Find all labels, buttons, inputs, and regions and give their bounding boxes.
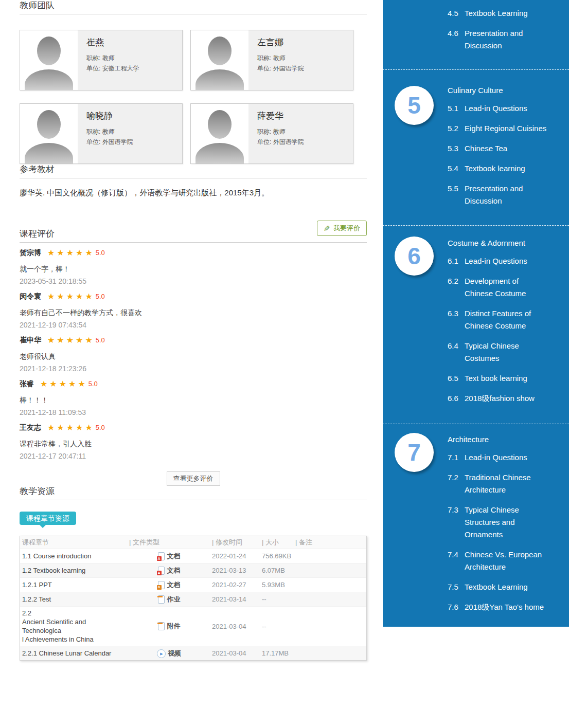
teacher-cards: 崔燕 职称: 教师 单位: 安徽工程大学 左言娜 职称: 教师 单位: 外国语学…: [20, 30, 367, 164]
sidebar-item[interactable]: 5.1 Lead-in Questions: [448, 102, 557, 115]
teacher-name: 薛爱华: [257, 110, 349, 122]
chapter-number: 7: [407, 441, 421, 464]
sidebar-item-label: Textbook Learning: [465, 7, 557, 20]
sidebar-item-label: Chinese Vs. European Architecture: [465, 549, 557, 573]
review-item: 贺宗博 ★★★★★ 5.0 就一个字，棒！ 2023-05-31 20:18:5…: [20, 243, 367, 286]
file-type-icon: [158, 581, 165, 589]
resource-type: 附件: [129, 622, 209, 631]
resource-chapter[interactable]: 2.2 Ancient Scientific and Technologica …: [20, 607, 129, 646]
sidebar-item-label: Presentation and Discussion: [465, 27, 557, 52]
sidebar-item-label: Textbook Learning: [465, 581, 557, 593]
chapter-resources-tab[interactable]: 课程章节资源: [20, 512, 76, 525]
teacher-card[interactable]: 左言娜 职称: 教师 单位: 外国语学院: [190, 30, 353, 90]
resource-date: 2021-02-27: [209, 581, 262, 589]
sidebar-item-number: 5.3: [448, 142, 465, 155]
resource-chapter[interactable]: 1.2.1 PPT: [20, 578, 129, 591]
sidebar-item[interactable]: 6.4 Typical Chinese Costumes: [448, 340, 557, 365]
resource-chapter[interactable]: 1.2.2 Test: [20, 593, 129, 606]
sidebar-item[interactable]: 6.6 2018级fashion show: [448, 392, 557, 405]
sidebar-item[interactable]: 5.5 Presentation and Discussion: [448, 183, 557, 207]
resource-chapter[interactable]: 1.2 Textbook learning: [20, 564, 129, 577]
sidebar-item[interactable]: 6.1 Lead-in Questions: [448, 255, 557, 267]
chapter-title[interactable]: Culinary Culture: [448, 84, 557, 97]
sidebar-item[interactable]: 6.3 Distinct Features of Chinese Costume: [448, 307, 557, 332]
sidebar-item-label: Textbook learning: [465, 162, 557, 175]
reviewer-name: 闵令寰: [20, 292, 41, 301]
chapter-block: 7 Architecture 7.1 Lead-in Questions: [383, 424, 569, 627]
rating-score: 5.0: [88, 379, 98, 389]
avatar-head-shape: [37, 37, 61, 65]
teacher-title: 职称: 教师: [86, 126, 178, 137]
teachers-heading: 教师团队: [20, 0, 367, 14]
review-rating-row: 贺宗博 ★★★★★ 5.0: [20, 248, 367, 258]
sidebar-item-number: 5.2: [448, 122, 465, 135]
file-type-label: 文档: [167, 580, 181, 590]
resource-size: 5.93MB: [262, 581, 295, 589]
chapter-number-badge: 5: [395, 86, 434, 125]
sidebar-item-number: 5.4: [448, 162, 465, 175]
resources-table-header: 课程章节 | 文件类型 | 修改时间 | 大小 | 备注: [20, 536, 366, 549]
more-reviews-button[interactable]: 查看更多评价: [167, 471, 220, 486]
sidebar-item[interactable]: 7.3 Typical Chinese Structures and Ornam…: [448, 504, 557, 541]
star-rating-icons: ★★★★★: [47, 423, 95, 432]
course-outline-sidebar: 4.5 Textbook Learning 4.6 Presentation a…: [383, 0, 569, 627]
teacher-title: 职称: 教师: [257, 126, 349, 137]
sidebar-item[interactable]: 6.2 Development of Chinese Costume: [448, 275, 557, 300]
sidebar-item[interactable]: 5.2 Eight Regional Cuisines: [448, 122, 557, 135]
sidebar-item[interactable]: 7.5 Textbook Learning: [448, 581, 557, 593]
chapter-title[interactable]: Architecture: [448, 433, 557, 446]
resource-row[interactable]: 2.2 Ancient Scientific and Technologica …: [20, 606, 366, 646]
resources-table: 课程章节 | 文件类型 | 修改时间 | 大小 | 备注 1.1 Course …: [20, 536, 367, 661]
resources-heading: 教学资源: [20, 486, 367, 500]
sidebar-item[interactable]: 7.2 Traditional Chinese Architecture: [448, 471, 557, 496]
teacher-card[interactable]: 喻晓静 职称: 教师 单位: 外国语学院: [20, 103, 183, 164]
star-rating-icons: ★★★★★: [40, 379, 87, 388]
more-reviews-wrap: 查看更多评价: [20, 471, 367, 486]
sidebar-item-number: 6.5: [448, 372, 465, 385]
resource-size: 6.07MB: [262, 567, 295, 574]
resource-chapter[interactable]: 1.1 Course introduction: [20, 550, 129, 562]
textbook-reference: 廖华英. 中国文化概况（修订版），外语教学与研究出版社，2015年3月。: [20, 187, 367, 198]
resource-row[interactable]: 2.2.1 Chinese Lunar Calendar 视频 2021-03-…: [20, 646, 366, 660]
resource-size: --: [262, 623, 295, 630]
review-list: 贺宗博 ★★★★★ 5.0 就一个字，棒！ 2023-05-31 20:18:5…: [20, 243, 367, 461]
resource-row[interactable]: 1.2.2 Test 作业 2021-03-14 --: [20, 592, 366, 606]
sidebar-item[interactable]: 7.1 Lead-in Questions: [448, 451, 557, 464]
sidebar-item[interactable]: 5.3 Chinese Tea: [448, 142, 557, 155]
resource-date: 2021-03-13: [209, 567, 262, 574]
write-review-button[interactable]: ✎ 我要评价: [317, 221, 367, 236]
teacher-card[interactable]: 薛爱华 职称: 教师 单位: 外国语学院: [190, 103, 353, 164]
resource-chapter[interactable]: 2.2.1 Chinese Lunar Calendar: [20, 647, 129, 660]
sidebar-item-number: 6.6: [448, 392, 465, 405]
resource-row[interactable]: 1.2 Textbook learning 文档 2021-03-13 6.07…: [20, 563, 366, 577]
sidebar-item[interactable]: 5.4 Textbook learning: [448, 162, 557, 175]
file-type-icon: [158, 595, 165, 604]
rating-score: 5.0: [96, 423, 105, 432]
resource-row[interactable]: 1.2.1 PPT 文档 2021-02-27 5.93MB: [20, 577, 366, 592]
chapter-items: 6.1 Lead-in Questions 6.2 Development of…: [448, 255, 557, 405]
review-item: 崔申华 ★★★★★ 5.0 老师很认真 2021-12-18 21:23:26: [20, 330, 367, 374]
teacher-title: 职称: 教师: [86, 53, 178, 63]
sidebar-item-label: Text book learning: [465, 372, 557, 385]
sidebar-item-label: Lead-in Questions: [465, 102, 557, 115]
chapter-number: 6: [407, 244, 421, 268]
resource-date: 2021-03-04: [209, 623, 262, 630]
file-type-label: 文档: [167, 552, 181, 561]
review-item: 王友志 ★★★★★ 5.0 课程非常棒，引人入胜 2021-12-17 20:4…: [20, 417, 367, 461]
sidebar-item-label: Chinese Tea: [465, 142, 557, 155]
review-comment: 老师很认真: [20, 352, 367, 361]
sidebar-item[interactable]: 4.5 Textbook Learning: [448, 7, 557, 20]
sidebar-item-number: 7.6: [448, 601, 465, 613]
chapter-title[interactable]: Costume & Adornment: [448, 237, 557, 249]
teacher-card[interactable]: 崔燕 职称: 教师 单位: 安徽工程大学: [20, 30, 183, 90]
avatar-head-shape: [37, 110, 61, 139]
sidebar-item[interactable]: 7.6 2018级Yan Tao's home: [448, 601, 557, 613]
resource-type: 文档: [129, 566, 209, 575]
resource-row[interactable]: 1.1 Course introduction 文档 2022-01-24 75…: [20, 549, 366, 563]
sidebar-item[interactable]: 7.4 Chinese Vs. European Architecture: [448, 549, 557, 573]
sidebar-item[interactable]: 4.6 Presentation and Discussion: [448, 27, 557, 52]
avatar-shoulders-shape: [25, 143, 73, 163]
review-comment: 就一个字，棒！: [20, 264, 367, 274]
sidebar-item-label: Lead-in Questions: [465, 451, 557, 464]
sidebar-item[interactable]: 6.5 Text book learning: [448, 372, 557, 385]
